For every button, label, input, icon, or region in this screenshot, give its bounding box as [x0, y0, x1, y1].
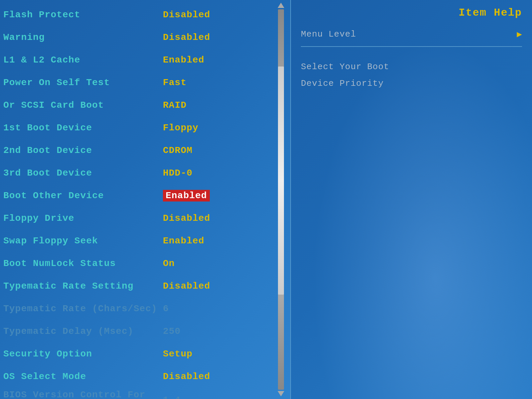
- bios-row[interactable]: Or SCSI Card BootRAID: [0, 94, 291, 116]
- row-value[interactable]: 250: [163, 326, 181, 336]
- scroll-down-arrow[interactable]: [278, 391, 284, 396]
- row-label: Or SCSI Card Boot: [3, 100, 163, 110]
- scroll-up-arrow[interactable]: [278, 3, 284, 8]
- help-line-1: Select Your Boot: [301, 60, 522, 74]
- item-help-title: Item Help: [301, 7, 522, 19]
- scroll-track: [278, 9, 284, 390]
- bios-row[interactable]: 3rd Boot DeviceHDD-0: [0, 162, 291, 184]
- bios-row[interactable]: 2nd Boot DeviceCDROM: [0, 139, 291, 162]
- row-value[interactable]: Disabled: [163, 10, 210, 20]
- scroll-thumb[interactable]: [278, 66, 284, 295]
- bios-row[interactable]: Boot NumLock StatusOn: [0, 252, 291, 275]
- left-panel: Flash ProtectDisabledWarningDisabledL1 &…: [0, 0, 291, 399]
- bios-row[interactable]: Swap Floppy SeekEnabled: [0, 229, 291, 252]
- menu-level-row: Menu Level ▶: [301, 29, 522, 47]
- bios-row[interactable]: OS Select ModeDisabled: [0, 365, 291, 388]
- row-label: 1st Boot Device: [3, 123, 163, 133]
- bios-row[interactable]: Typematic Rate (Chars/Sec)6: [0, 297, 291, 320]
- row-value[interactable]: Disabled: [163, 281, 210, 291]
- row-label: Boot NumLock Status: [3, 258, 163, 269]
- row-value[interactable]: RAID: [163, 100, 187, 110]
- row-label: Boot Other Device: [3, 191, 163, 201]
- row-value[interactable]: Enabled: [163, 55, 204, 65]
- row-value[interactable]: Enabled: [163, 190, 210, 201]
- row-label: 3rd Boot Device: [3, 168, 163, 178]
- bios-row[interactable]: Flash ProtectDisabled: [0, 3, 291, 26]
- row-label: Swap Floppy Seek: [3, 236, 163, 246]
- row-label: BIOS Version Control For OS: [3, 390, 163, 399]
- row-label: Typematic Rate (Chars/Sec): [3, 304, 163, 314]
- bios-row[interactable]: Power On Self TestFast: [0, 71, 291, 94]
- row-label: OS Select Mode: [3, 371, 163, 382]
- bios-row[interactable]: WarningDisabled: [0, 26, 291, 49]
- row-value[interactable]: Disabled: [163, 32, 210, 43]
- row-value[interactable]: 6: [163, 304, 169, 314]
- scrollbar[interactable]: [276, 0, 286, 399]
- row-value[interactable]: Fast: [163, 77, 187, 88]
- row-label: Power On Self Test: [3, 77, 163, 88]
- bios-row[interactable]: Typematic Rate SettingDisabled: [0, 275, 291, 297]
- row-label: Floppy Drive: [3, 213, 163, 223]
- row-value[interactable]: 1.4: [163, 395, 181, 399]
- help-line-2: Device Priority: [301, 77, 522, 91]
- bios-row[interactable]: BIOS Version Control For OS1.4: [0, 388, 291, 399]
- row-value[interactable]: Disabled: [163, 213, 210, 223]
- menu-level-label: Menu Level: [301, 29, 356, 39]
- row-value[interactable]: Enabled: [163, 236, 204, 246]
- row-value[interactable]: On: [163, 258, 175, 269]
- row-label: L1 & L2 Cache: [3, 55, 163, 65]
- bios-screen: Flash ProtectDisabledWarningDisabledL1 &…: [0, 0, 532, 399]
- right-panel: Item Help Menu Level ▶ Select Your Boot …: [291, 0, 532, 399]
- bios-row[interactable]: Floppy DriveDisabled: [0, 207, 291, 229]
- help-text: Select Your Boot Device Priority: [301, 60, 522, 90]
- rows-container: Flash ProtectDisabledWarningDisabledL1 &…: [0, 3, 291, 399]
- row-label: Security Option: [3, 349, 163, 359]
- row-label: Flash Protect: [3, 10, 163, 20]
- bios-row[interactable]: Security OptionSetup: [0, 342, 291, 365]
- row-label: Warning: [3, 32, 163, 43]
- bios-row[interactable]: 1st Boot DeviceFloppy: [0, 116, 291, 139]
- row-value[interactable]: Floppy: [163, 123, 199, 133]
- bios-row[interactable]: L1 & L2 CacheEnabled: [0, 49, 291, 71]
- bios-row[interactable]: Typematic Delay (Msec)250: [0, 320, 291, 342]
- row-label: Typematic Delay (Msec): [3, 326, 163, 336]
- row-value[interactable]: Disabled: [163, 371, 210, 382]
- menu-level-arrow: ▶: [517, 29, 522, 40]
- row-value[interactable]: Setup: [163, 349, 193, 359]
- bios-row[interactable]: Boot Other DeviceEnabled: [0, 184, 291, 207]
- row-label: 2nd Boot Device: [3, 145, 163, 156]
- row-label: Typematic Rate Setting: [3, 281, 163, 291]
- row-value[interactable]: CDROM: [163, 145, 193, 156]
- row-value[interactable]: HDD-0: [163, 168, 193, 178]
